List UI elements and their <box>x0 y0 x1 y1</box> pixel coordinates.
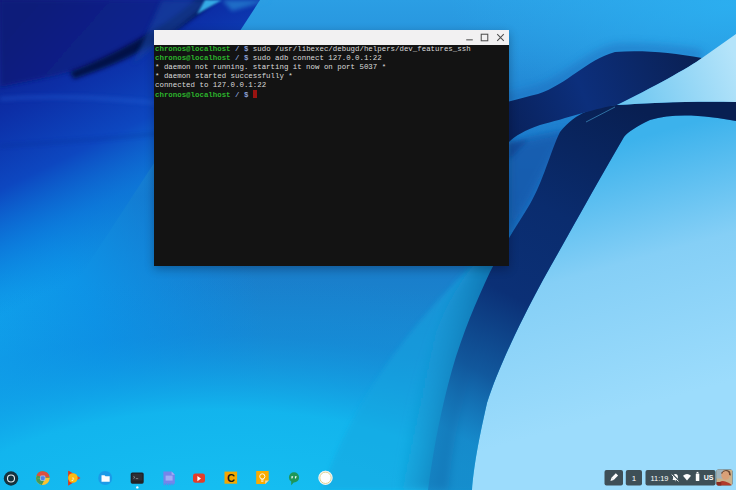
svg-text:1: 1 <box>632 474 637 483</box>
svg-text:US: US <box>704 474 714 481</box>
svg-text:C: C <box>227 472 235 484</box>
svg-text:11:19: 11:19 <box>651 474 669 483</box>
svg-text:♪: ♪ <box>71 475 75 482</box>
